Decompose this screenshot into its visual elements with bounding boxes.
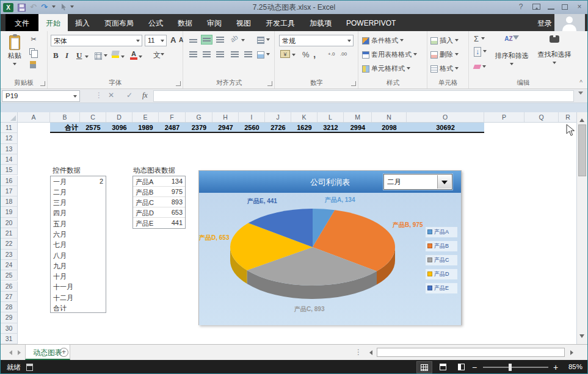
horizontal-scroll-thumb[interactable] [377, 348, 565, 357]
fill-icon[interactable]: ↓ [474, 48, 487, 56]
legend-item[interactable]: 产品B [426, 241, 457, 251]
formula-input[interactable] [153, 90, 574, 102]
tab-加载项[interactable]: 加载项 [302, 14, 339, 31]
macro-record-icon[interactable] [26, 364, 33, 371]
row-header-29[interactable]: 29 [1, 312, 18, 323]
month-item[interactable]: 十一月 [51, 281, 106, 292]
percent-style-icon[interactable]: % [302, 50, 310, 59]
column-header-I[interactable]: I [239, 112, 265, 122]
help-icon[interactable]: ? [517, 2, 525, 11]
delete-cells-button[interactable]: 删除 [430, 49, 459, 61]
avatar[interactable] [554, 14, 585, 31]
fill-color-dropdown-icon[interactable] [121, 56, 125, 60]
minimize-icon[interactable] [548, 9, 554, 10]
vertical-scroll-thumb[interactable] [578, 124, 586, 176]
column-header-P[interactable]: P [484, 112, 524, 122]
font-color-icon[interactable]: A [130, 50, 137, 60]
align-right-button[interactable] [214, 49, 226, 59]
row-header-24[interactable]: 24 [1, 260, 18, 270]
zoom-level[interactable]: 85% [568, 363, 583, 370]
column-header-L[interactable]: L [318, 112, 344, 122]
row-header-22[interactable]: 22 [1, 239, 18, 249]
font-color-dropdown-icon[interactable] [139, 56, 142, 60]
enter-icon[interactable]: ✓ [126, 91, 132, 99]
column-header-C[interactable]: C [80, 112, 106, 122]
month-item[interactable]: 二月 [51, 187, 106, 197]
tab-开始[interactable]: 开始 [38, 14, 68, 31]
tab-视图[interactable]: 视图 [229, 14, 258, 31]
dynamic-chart[interactable]: 公司利润表 二月 产品A产品B产品C产品D产品E 产品A, 134产品B, 97… [198, 170, 462, 325]
month-combo-box[interactable]: 二月 [383, 174, 452, 190]
decrease-decimal-icon[interactable]: .00 [340, 51, 347, 57]
row-header-27[interactable]: 27 [1, 292, 18, 302]
paste-button[interactable]: 粘贴 [4, 34, 26, 68]
pie-chart[interactable] [199, 193, 461, 325]
number-format-select[interactable]: 常规 [279, 35, 354, 46]
clear-icon[interactable] [474, 63, 486, 70]
prev-sheet-icon[interactable] [7, 350, 12, 355]
sort-filter-button[interactable]: AZ 排序和筛选 [492, 35, 531, 68]
align-center-button[interactable] [201, 49, 212, 59]
middle-align-button[interactable] [201, 35, 212, 45]
underline-dropdown-icon[interactable] [85, 56, 89, 60]
month-item[interactable]: 六月 [51, 229, 106, 239]
row-header-19[interactable]: 19 [1, 207, 18, 217]
underline-button[interactable]: U [76, 51, 82, 60]
paste-dropdown-icon[interactable] [13, 63, 16, 67]
alignment-dialog-launcher-icon[interactable] [267, 81, 272, 86]
tab-页面布局[interactable]: 页面布局 [97, 14, 141, 31]
comma-style-icon[interactable]: , [313, 49, 316, 59]
month-item[interactable]: 一月2 [51, 176, 106, 187]
page-break-view-button[interactable] [453, 361, 469, 373]
column-header-A[interactable]: A [18, 112, 50, 122]
month-item[interactable]: 三月 [51, 197, 106, 207]
normal-view-button[interactable] [416, 361, 432, 373]
font-size-select[interactable]: 11 [145, 35, 167, 46]
row-header-18[interactable]: 18 [1, 196, 18, 207]
legend-item[interactable]: 产品E [426, 283, 457, 293]
row-header-17[interactable]: 17 [1, 186, 18, 196]
row-header-16[interactable]: 16 [1, 176, 18, 186]
column-header-K[interactable]: K [291, 112, 318, 122]
new-sheet-icon[interactable]: + [59, 348, 68, 357]
font-dialog-launcher-icon[interactable] [176, 81, 181, 86]
top-align-button[interactable] [187, 35, 199, 45]
cancel-icon[interactable]: ✕ [108, 91, 114, 99]
column-header-B[interactable]: B [50, 112, 80, 122]
row-header-30[interactable]: 30 [1, 323, 18, 334]
decrease-indent-icon[interactable] [229, 49, 241, 59]
column-header-E[interactable]: E [132, 112, 159, 122]
zoom-slider[interactable] [483, 367, 548, 368]
month-item[interactable]: 七月 [51, 239, 106, 250]
accounting-dropdown-icon[interactable] [292, 54, 296, 58]
column-header-R[interactable]: R [559, 112, 578, 122]
row-header-12[interactable]: 12 [1, 133, 18, 143]
row-header-23[interactable]: 23 [1, 250, 18, 260]
tab-scroll-divider-icon[interactable]: ⋮ [355, 348, 362, 356]
fill-color-icon[interactable] [112, 51, 119, 58]
format-as-table-button[interactable]: 套用表格格式 [362, 49, 417, 61]
row-header-21[interactable]: 21 [1, 228, 18, 239]
month-item[interactable]: 九月 [51, 261, 106, 271]
orientation-dropdown-icon[interactable] [241, 39, 245, 43]
tab-审阅[interactable]: 审阅 [200, 14, 229, 31]
column-header-M[interactable]: M [344, 112, 372, 122]
vertical-scrollbar[interactable] [576, 112, 587, 344]
tab-file[interactable]: 文件 [5, 14, 38, 31]
column-header-G[interactable]: G [186, 112, 212, 122]
restore-icon[interactable] [562, 4, 568, 10]
legend-item[interactable]: 产品C [426, 255, 457, 265]
autosum-icon[interactable]: Σ [474, 34, 485, 43]
row-header-13[interactable]: 13 [1, 144, 18, 154]
row-header-14[interactable]: 14 [1, 154, 18, 165]
shrink-font-button[interactable]: A [179, 37, 183, 43]
legend-item[interactable]: 产品D [426, 269, 457, 279]
month-item[interactable]: 八月 [51, 250, 106, 261]
month-item[interactable]: 四月 [51, 207, 106, 218]
borders-icon[interactable] [95, 52, 107, 60]
month-item[interactable]: 十月 [51, 271, 106, 281]
scroll-right-icon[interactable] [570, 350, 576, 355]
tab-公式[interactable]: 公式 [141, 14, 170, 31]
column-header-J[interactable]: J [265, 112, 291, 122]
sign-in-link[interactable]: 登录 [537, 18, 552, 29]
